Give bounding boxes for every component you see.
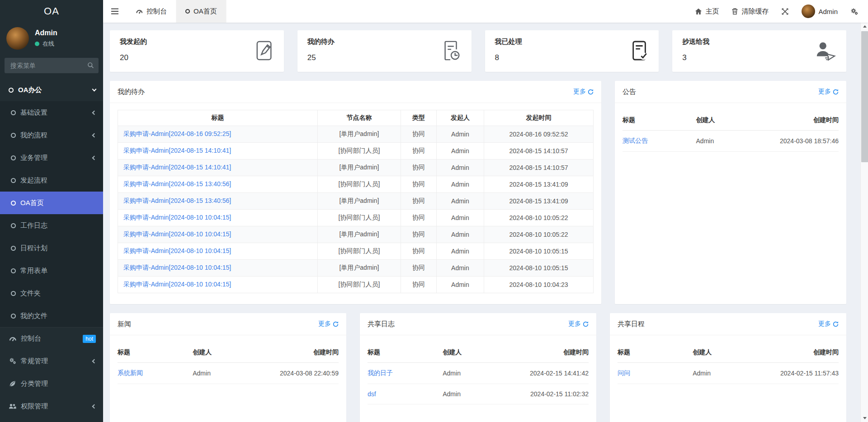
column-header: 发起时间 — [484, 110, 594, 126]
table-cell: 2024-02-15 14:41:42 — [509, 363, 589, 384]
scrollbar[interactable] — [860, 23, 868, 422]
row-title-link[interactable]: 系统新闻 — [118, 369, 143, 376]
row-title-link[interactable]: 采购申请-Admin[2024-08-15 13:40:56] — [123, 197, 231, 204]
table-cell: Admin — [443, 363, 509, 384]
table-cell: 2024-08-15 13:41:09 — [484, 193, 594, 210]
triangle-down-icon — [863, 417, 867, 419]
home-link[interactable]: 主页 — [695, 7, 719, 16]
sidebar-item-category-mgmt[interactable]: 分类管理 — [0, 372, 103, 395]
table-cell: 协同 — [401, 226, 436, 243]
row-title-link[interactable]: 采购申请-Admin[2024-08-10 10:04:15] — [123, 281, 231, 288]
users-icon — [9, 403, 16, 410]
table-row: 采购申请-Admin[2024-08-10 10:04:15][单用户admin… — [118, 226, 594, 243]
row-title-link[interactable]: 采购申请-Admin[2024-08-16 09:52:25] — [123, 130, 231, 137]
row-title-link[interactable]: 采购申请-Admin[2024-08-10 10:04:15] — [123, 230, 231, 238]
leaf-icon — [9, 380, 16, 387]
table-cell: Admin — [436, 210, 484, 226]
table-cell: [单用户admin] — [317, 126, 401, 143]
user-status: 在线 — [35, 40, 57, 48]
stat-label: 我的待办 — [307, 38, 335, 46]
share-schedule-table: 标题创建人创建时间问问Admin2024-02-15 11:57:43 — [618, 342, 839, 384]
sidebar-item-schedule-plan[interactable]: 日程计划 — [0, 237, 103, 259]
clear-cache-button[interactable]: 清除缓存 — [731, 7, 769, 16]
sidebar-item-basic-settings[interactable]: 基础设置 — [0, 101, 103, 124]
table-row: 采购申请-Admin[2024-08-15 13:40:56][协同部门人员]协… — [118, 176, 594, 193]
refresh-icon — [333, 321, 339, 327]
chevron-left-icon — [92, 155, 97, 160]
tab-oa-home[interactable]: OA首页 — [176, 0, 226, 23]
row-title-link[interactable]: 采购申请-Admin[2024-08-15 14:10:41] — [123, 164, 231, 171]
circle-icon — [11, 268, 16, 273]
sidebar-item-oa-home[interactable]: OA首页 — [0, 192, 103, 214]
row-title-link[interactable]: 采购申请-Admin[2024-08-15 13:40:56] — [123, 180, 231, 188]
stat-card-processed[interactable]: 我已处理 8 — [485, 30, 659, 72]
user-menu[interactable]: Admin — [802, 5, 838, 18]
more-link[interactable]: 更多 — [568, 320, 589, 328]
row-title-link[interactable]: dsf — [368, 390, 376, 398]
row-title-link[interactable]: 我的日子 — [368, 369, 393, 376]
sidebar-item-start-workflow[interactable]: 发起流程 — [0, 169, 103, 192]
circle-icon — [11, 178, 16, 183]
table-cell: Admin — [436, 193, 484, 210]
sidebar-menu: OA办公 基础设置 我的流程 业务管理 — [0, 79, 103, 422]
stat-card-initiated[interactable]: 我发起的 20 — [110, 30, 284, 72]
more-link[interactable]: 更多 — [818, 320, 839, 328]
scrollbar-thumb[interactable] — [861, 31, 868, 162]
sidebar-item-permission-mgmt[interactable]: 权限管理 — [0, 395, 103, 417]
topbar: 控制台 OA首页 主页 清除缓存 — [103, 0, 868, 23]
table-cell: Admin — [436, 143, 484, 159]
circle-icon — [11, 246, 16, 251]
tab-console[interactable]: 控制台 — [127, 0, 176, 23]
sidebar-item-oa-office[interactable]: OA办公 — [0, 79, 103, 101]
chevron-left-icon — [92, 359, 97, 363]
more-link[interactable]: 更多 — [573, 88, 594, 96]
stat-card-cc[interactable]: 抄送给我 3 — [672, 30, 846, 72]
sidebar-item-general-mgmt[interactable]: 常规管理 — [0, 350, 103, 372]
refresh-icon — [833, 321, 839, 327]
panel-title: 共享日志 — [368, 320, 395, 328]
table-row: 采购申请-Admin[2024-08-16 09:52:25][单用户admin… — [118, 126, 594, 143]
sidebar-item-my-files[interactable]: 我的文件 — [0, 305, 103, 327]
column-header: 节点名称 — [317, 110, 401, 126]
sidebar-item-work-log[interactable]: 工作日志 — [0, 214, 103, 237]
table-cell: 2024-08-10 10:05:22 — [484, 226, 594, 243]
table-cell: [协同部门人员] — [317, 243, 401, 260]
settings-gear-icon[interactable] — [850, 8, 858, 15]
row-title-link[interactable]: 采购申请-Admin[2024-08-10 10:04:15] — [123, 247, 231, 254]
sidebar-toggle-button[interactable] — [103, 0, 127, 23]
panel-title: 共享日程 — [618, 320, 645, 328]
column-header: 创建时间 — [509, 342, 589, 363]
sidebar-item-console[interactable]: 控制台 hot — [0, 327, 103, 350]
table-row: 采购申请-Admin[2024-08-15 13:40:56][单用户admin… — [118, 193, 594, 210]
main-area: 控制台 OA首页 主页 清除缓存 — [103, 0, 868, 422]
stat-value: 20 — [120, 53, 147, 62]
sidebar-item-common-forms[interactable]: 常用表单 — [0, 259, 103, 282]
row-title-link[interactable]: 测试公告 — [623, 137, 648, 144]
more-link[interactable]: 更多 — [318, 320, 339, 328]
row-title-link[interactable]: 采购申请-Admin[2024-08-15 14:10:41] — [123, 147, 231, 154]
sidebar-item-folders[interactable]: 文件夹 — [0, 282, 103, 305]
scroll-up-button[interactable] — [861, 23, 868, 30]
fullscreen-icon[interactable] — [781, 8, 789, 15]
app-logo[interactable]: OA — [0, 0, 103, 23]
sidebar-item-my-workflow[interactable]: 我的流程 — [0, 124, 103, 146]
app-root: OA Admin 在线 OA办公 — [0, 0, 868, 422]
row-title-link[interactable]: 采购申请-Admin[2024-08-10 10:04:15] — [123, 264, 231, 271]
topbar-username: Admin — [818, 8, 838, 15]
search-input[interactable] — [5, 58, 99, 73]
table-cell: 2024-03-08 22:40:59 — [259, 363, 339, 384]
panel-todo: 我的待办 更多 标题节点名称类型发起人发起时间采购申请-Admin[2024-0… — [110, 81, 601, 304]
row-title-link[interactable]: 采购申请-Admin[2024-08-10 10:04:15] — [123, 214, 231, 221]
table-cell: [协同部门人员] — [317, 143, 401, 159]
stat-card-todo[interactable]: 我的待办 25 — [297, 30, 472, 72]
column-header: 标题 — [368, 342, 443, 363]
table-cell: [单用户admin] — [317, 193, 401, 210]
more-link[interactable]: 更多 — [818, 88, 839, 96]
table-row: 采购申请-Admin[2024-08-10 10:04:15][协同部门人员]协… — [118, 210, 594, 226]
search-icon[interactable] — [87, 62, 94, 70]
sidebar-item-business-mgmt[interactable]: 业务管理 — [0, 146, 103, 169]
table-cell: Admin — [436, 176, 484, 193]
row-title-link[interactable]: 问问 — [618, 369, 630, 376]
user-avatar[interactable] — [6, 27, 29, 50]
scroll-down-button[interactable] — [861, 414, 868, 422]
